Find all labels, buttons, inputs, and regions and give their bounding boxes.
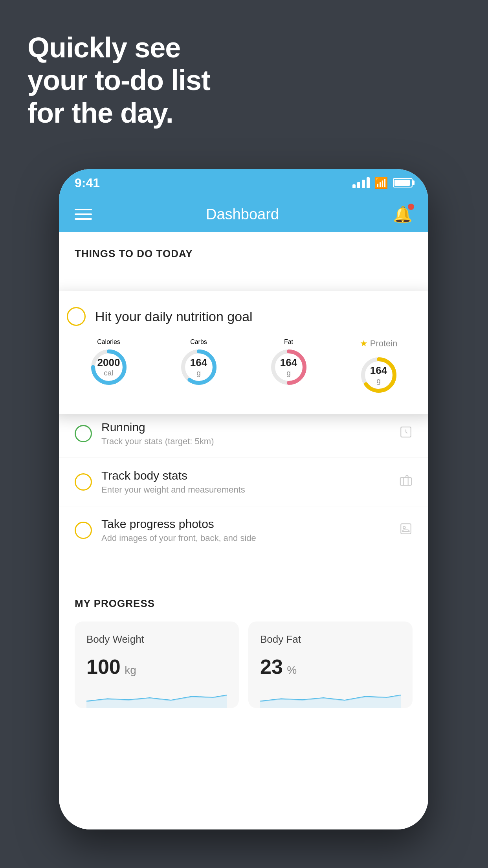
- todo-action-icon: [399, 425, 413, 442]
- svg-rect-8: [400, 478, 411, 485]
- donut-unit: cal: [97, 369, 120, 378]
- app-content: THINGS TO DO TODAY Hit your daily nutrit…: [59, 232, 428, 829]
- donut-chart: 164 g: [267, 346, 310, 389]
- nutrition-label: Protein: [370, 338, 398, 349]
- todo-list: Running Track your stats (target: 5km) T…: [59, 409, 428, 554]
- progress-unit: kg: [125, 664, 136, 676]
- donut-unit: g: [190, 369, 207, 378]
- nutrition-label: Calories: [97, 338, 120, 345]
- hero-line1: Quickly see: [28, 31, 210, 64]
- signal-bars-icon: [352, 177, 370, 188]
- star-icon: ★: [360, 338, 368, 349]
- todo-action-icon: [399, 522, 413, 539]
- notification-bell-button[interactable]: 🔔: [393, 205, 413, 224]
- todo-subtitle: Add images of your front, back, and side: [101, 533, 399, 543]
- nutrition-card-title-row: Hit your daily nutrition goal: [67, 307, 420, 326]
- progress-card-title: Body Weight: [86, 633, 227, 645]
- donut-chart: 164 g: [357, 353, 400, 397]
- todo-action-icon: [399, 474, 413, 490]
- hero-text: Quickly see your to-do list for the day.: [28, 31, 210, 129]
- donut-value: 2000: [97, 357, 120, 369]
- donut-unit: g: [280, 369, 297, 378]
- phone-wrapper: 9:41 📶 Dashboard 🔔: [59, 169, 428, 837]
- notification-dot: [408, 204, 414, 210]
- donut-value: 164: [370, 364, 387, 377]
- todo-title: Take progress photos: [101, 517, 399, 531]
- app-header: Dashboard 🔔: [59, 197, 428, 232]
- donut-value: 164: [190, 357, 207, 369]
- things-to-do-header: THINGS TO DO TODAY: [59, 232, 428, 268]
- progress-value: 100: [86, 655, 121, 678]
- todo-circle: [75, 522, 92, 539]
- hero-line3: for the day.: [28, 97, 210, 129]
- battery-icon: [393, 178, 413, 188]
- hero-line2: your to-do list: [28, 64, 210, 97]
- todo-circle: [75, 425, 92, 442]
- phone-frame: 9:41 📶 Dashboard 🔔: [59, 169, 428, 829]
- nutrition-item: Calories 2000 cal: [67, 338, 150, 397]
- progress-unit: %: [287, 664, 297, 676]
- wifi-icon: 📶: [374, 177, 388, 189]
- todo-text: Running Track your stats (target: 5km): [101, 421, 399, 447]
- todo-item[interactable]: Take progress photos Add images of your …: [59, 506, 428, 554]
- donut-value: 164: [280, 357, 297, 369]
- progress-card[interactable]: Body Fat 23 %: [248, 622, 413, 708]
- nutrition-item: ★Protein 164 g: [337, 338, 420, 397]
- status-bar: 9:41 📶: [59, 169, 428, 197]
- todo-text: Track body stats Enter your weight and m…: [101, 469, 399, 495]
- progress-card-title: Body Fat: [260, 633, 401, 645]
- nutrition-grid: Calories 2000 cal Carbs 164 g Fat 164 g …: [67, 338, 420, 397]
- todo-subtitle: Enter your weight and measurements: [101, 485, 399, 495]
- header-title: Dashboard: [206, 206, 279, 223]
- progress-card[interactable]: Body Weight 100 kg: [75, 622, 239, 708]
- nutrition-label: Fat: [284, 338, 293, 345]
- progress-section: MY PROGRESS Body Weight 100 kg Body Fat …: [59, 578, 428, 724]
- progress-value: 23: [260, 655, 283, 678]
- todo-title: Track body stats: [101, 469, 399, 482]
- donut-chart: 2000 cal: [87, 346, 130, 389]
- nutrition-card: Hit your daily nutrition goal Calories 2…: [59, 291, 428, 414]
- todo-title: Running: [101, 421, 399, 434]
- nutrition-card-title: Hit your daily nutrition goal: [95, 309, 253, 324]
- progress-cards: Body Weight 100 kg Body Fat 23 %: [75, 622, 413, 708]
- todo-subtitle: Track your stats (target: 5km): [101, 436, 399, 447]
- nutrition-radio[interactable]: [67, 307, 86, 326]
- todo-item[interactable]: Track body stats Enter your weight and m…: [59, 458, 428, 506]
- donut-unit: g: [370, 377, 387, 386]
- hamburger-button[interactable]: [75, 209, 92, 220]
- nutrition-item: Carbs 164 g: [157, 338, 240, 397]
- todo-item[interactable]: Running Track your stats (target: 5km): [59, 409, 428, 458]
- donut-chart: 164 g: [177, 346, 220, 389]
- status-time: 9:41: [75, 176, 100, 190]
- nutrition-label: Carbs: [190, 338, 207, 345]
- svg-point-12: [403, 526, 405, 529]
- svg-rect-11: [401, 524, 411, 534]
- nutrition-item: Fat 164 g: [247, 338, 330, 397]
- progress-title: MY PROGRESS: [75, 598, 413, 610]
- todo-circle: [75, 473, 92, 491]
- todo-text: Take progress photos Add images of your …: [101, 517, 399, 543]
- status-icons: 📶: [352, 177, 413, 189]
